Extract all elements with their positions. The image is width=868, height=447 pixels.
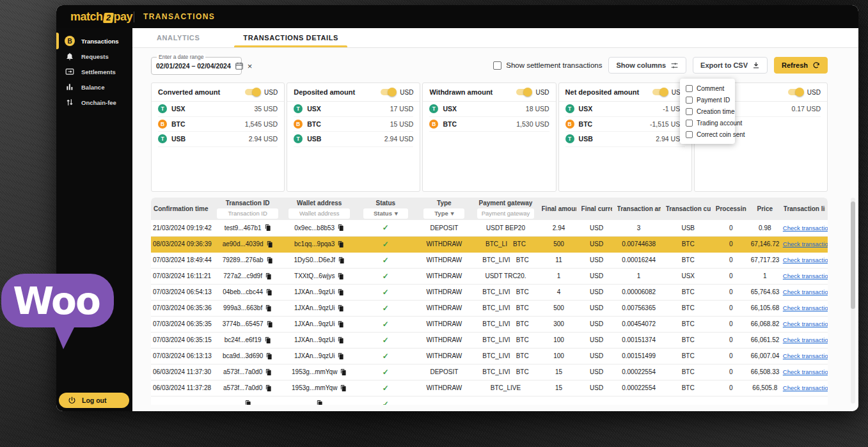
table-row-partial[interactable]: ✓	[151, 396, 828, 405]
card-title: Deposited amount	[294, 88, 355, 96]
type-filter-select[interactable]: Type▾	[423, 208, 464, 219]
table-row[interactable]: 07/03/2024 06:54:1304beb...cbc441JXAn...…	[151, 284, 828, 300]
wallet_address-filter-input[interactable]	[288, 208, 350, 219]
columns-menu-item-creation-time[interactable]: Creation time	[680, 106, 735, 117]
copy-icon[interactable]	[340, 368, 347, 376]
table-row[interactable]: 07/03/2024 06:35:36999a3...663bf1JXAn...…	[151, 300, 828, 316]
check-transaction-link[interactable]: Check transaction	[783, 288, 828, 295]
cell-transaction-link: Check transaction	[781, 268, 828, 284]
check-transaction-link[interactable]: Check transaction	[783, 336, 828, 343]
scrollbar-thumb[interactable]	[851, 201, 855, 309]
copy-icon[interactable]	[265, 304, 272, 312]
usd-toggle[interactable]	[516, 89, 532, 95]
copy-icon[interactable]	[266, 256, 273, 264]
copy-icon[interactable]	[340, 384, 347, 392]
cell-wallet-address: 1JXAn...9qzUi	[283, 284, 355, 300]
payment_gateway-filter-input[interactable]	[477, 208, 533, 219]
card-coin-row: BBTC1,530 USD	[429, 117, 549, 132]
logout-button[interactable]: Log out	[59, 393, 129, 408]
usd-toggle[interactable]	[381, 89, 396, 95]
copy-icon[interactable]	[244, 400, 251, 405]
menu-checkbox[interactable]	[686, 108, 693, 115]
check-transaction-link[interactable]: Check transaction	[783, 240, 828, 247]
sidebar-item-transactions[interactable]: BTransactions	[56, 33, 132, 49]
check-transaction-link[interactable]: Check transaction	[783, 320, 828, 327]
table-row[interactable]: 07/03/2024 06:13:13bca9d...3d6901JXAn...…	[151, 348, 828, 364]
status-filter-select[interactable]: Status▾	[363, 208, 408, 219]
transaction_id-filter-input[interactable]	[217, 208, 278, 219]
copy-icon[interactable]	[337, 336, 344, 344]
check-transaction-link[interactable]: Check transaction	[783, 256, 828, 263]
coin-amount: 2.94 USD	[249, 135, 278, 143]
usd-toggle[interactable]	[788, 89, 803, 95]
table-row[interactable]: 07/03/2024 16:11:21727a2...c9d9fTXXtQ...…	[151, 268, 828, 284]
sidebar-item-requests[interactable]: Requests	[56, 49, 132, 64]
success-check-icon: ✓	[383, 288, 389, 297]
settlement-checkbox[interactable]	[493, 61, 501, 70]
copy-icon[interactable]	[265, 288, 272, 296]
sidebar-item-settlements[interactable]: Settlements	[56, 64, 132, 79]
table-row[interactable]: 21/03/2024 09:19:42test9...467b10x9ec...…	[151, 220, 828, 236]
columns-menu-item-correct-coin-sent[interactable]: Correct coin sent	[680, 129, 735, 140]
usd-toggle[interactable]	[245, 89, 260, 95]
table-row[interactable]: 07/03/2024 06:35:15bc24f...e6f191JXAn...…	[151, 332, 828, 348]
copy-icon[interactable]	[264, 336, 271, 344]
column-header-confirmation-time[interactable]: Confirmation time ↓	[151, 198, 212, 220]
check-transaction-link[interactable]: Check transaction	[783, 272, 828, 279]
copy-icon[interactable]	[266, 320, 273, 328]
menu-checkbox[interactable]	[686, 97, 693, 104]
date-range-input[interactable]: Enter a date range 02/01/2024 – 02/04/20…	[151, 57, 242, 75]
tune-icon	[670, 61, 679, 70]
copy-icon[interactable]	[337, 240, 344, 248]
check-transaction-link[interactable]: Check transaction	[783, 352, 828, 359]
copy-icon[interactable]	[337, 320, 344, 328]
table-row[interactable]: 07/03/2024 06:35:353774b...654571JXAn...…	[151, 316, 828, 332]
check-transaction-link[interactable]: Check transaction	[783, 368, 828, 375]
copy-icon[interactable]	[316, 400, 323, 405]
copy-icon[interactable]	[264, 224, 271, 231]
copy-icon[interactable]	[337, 288, 344, 296]
tab-analytics[interactable]: ANALYTICS	[152, 28, 205, 47]
check-transaction-link[interactable]: Check transaction	[783, 224, 828, 231]
sidebar-item-balance[interactable]: Balance	[56, 79, 132, 95]
clear-date-icon[interactable]: ×	[248, 62, 253, 70]
table-row[interactable]: 06/03/2024 11:37:30a573f...7a0d01953g...…	[151, 364, 828, 380]
gateway-currency-badge: BTC	[516, 352, 529, 359]
columns-menu-item-payment-id[interactable]: Payment ID	[680, 94, 735, 106]
table-row[interactable]: 07/03/2024 18:49:4479289...276ab1DyS0...…	[151, 252, 828, 268]
copy-icon[interactable]	[265, 368, 272, 376]
copy-icon[interactable]	[337, 352, 344, 360]
refresh-button[interactable]: Refresh	[774, 57, 828, 74]
copy-icon[interactable]	[265, 384, 272, 392]
app-window: match2pay TRANSACTIONS BTransactionsRequ…	[56, 5, 858, 411]
menu-checkbox[interactable]	[686, 85, 693, 92]
table-row[interactable]: 06/03/2024 11:37:28a573f...7a0d01953g...…	[151, 380, 828, 396]
sidebar-item-onchain-fee[interactable]: Onchain-fee	[56, 95, 132, 110]
show-settlement-checkbox-group[interactable]: Show settlement transactions	[493, 61, 602, 70]
copy-icon[interactable]	[337, 224, 344, 231]
column-label: Confirmation time ↓	[154, 205, 209, 212]
tab-transactions-details[interactable]: TRANSACTIONS DETAILS	[238, 28, 343, 47]
copy-icon[interactable]	[265, 352, 272, 360]
check-transaction-link[interactable]: Check transaction	[783, 384, 828, 391]
check-transaction-link[interactable]: Check transaction	[783, 304, 828, 311]
usd-toggle[interactable]	[652, 89, 668, 95]
copy-icon[interactable]	[337, 304, 344, 312]
column-header-final-amount: Final amount	[539, 198, 579, 220]
columns-menu-item-comment[interactable]: Comment	[680, 82, 735, 94]
copy-icon[interactable]	[266, 240, 273, 248]
export-csv-button[interactable]: Export to CSV	[693, 57, 768, 74]
table-row[interactable]: 08/03/2024 09:36:39ae90d...4039dbc1qq...…	[151, 236, 828, 252]
columns-menu-item-trading-account[interactable]: Trading account	[680, 117, 735, 129]
table-header-row: Confirmation time ↓Transaction IDWallet …	[151, 198, 828, 220]
menu-checkbox[interactable]	[686, 131, 693, 138]
menu-checkbox[interactable]	[686, 120, 693, 127]
copy-icon[interactable]	[338, 256, 345, 264]
match2pay-logo: match2pay	[70, 10, 132, 24]
copy-icon[interactable]	[265, 272, 272, 280]
show-columns-button[interactable]: Show columns	[608, 57, 686, 74]
cell-status: ✓	[355, 380, 416, 396]
column-label: Status	[358, 200, 413, 207]
copy-icon[interactable]	[337, 272, 344, 280]
calendar-icon[interactable]	[235, 61, 244, 70]
